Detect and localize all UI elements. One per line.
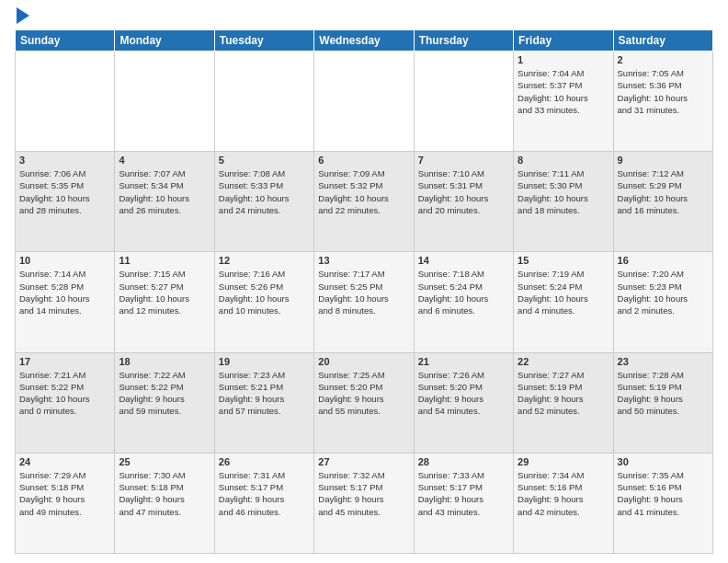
day-info: Sunrise: 7:22 AM Sunset: 5:22 PM Dayligh…	[119, 369, 210, 418]
calendar-cell: 3Sunrise: 7:06 AM Sunset: 5:35 PM Daylig…	[16, 152, 115, 252]
calendar-cell	[16, 52, 115, 152]
weekday-header-saturday: Saturday	[613, 30, 712, 52]
page: SundayMondayTuesdayWednesdayThursdayFrid…	[0, 0, 728, 563]
day-info: Sunrise: 7:10 AM Sunset: 5:31 PM Dayligh…	[418, 167, 509, 216]
day-number: 28	[418, 456, 509, 467]
day-number: 3	[19, 155, 110, 166]
calendar-week-row: 17Sunrise: 7:21 AM Sunset: 5:22 PM Dayli…	[16, 352, 713, 453]
day-info: Sunrise: 7:25 AM Sunset: 5:20 PM Dayligh…	[318, 369, 409, 418]
day-number: 10	[19, 255, 110, 266]
day-number: 7	[418, 155, 509, 166]
logo	[15, 9, 29, 24]
day-info: Sunrise: 7:14 AM Sunset: 5:28 PM Dayligh…	[19, 268, 110, 316]
calendar-cell: 23Sunrise: 7:28 AM Sunset: 5:19 PM Dayli…	[613, 352, 712, 453]
calendar-cell: 2Sunrise: 7:05 AM Sunset: 5:36 PM Daylig…	[613, 52, 712, 152]
weekday-header-monday: Monday	[115, 30, 214, 52]
day-info: Sunrise: 7:18 AM Sunset: 5:24 PM Dayligh…	[418, 268, 509, 316]
calendar-cell	[414, 52, 513, 152]
day-number: 5	[219, 155, 310, 166]
day-info: Sunrise: 7:12 AM Sunset: 5:29 PM Dayligh…	[618, 167, 709, 216]
header	[15, 9, 713, 24]
weekday-header-thursday: Thursday	[414, 30, 513, 52]
day-info: Sunrise: 7:05 AM Sunset: 5:36 PM Dayligh…	[618, 67, 709, 116]
calendar-cell: 7Sunrise: 7:10 AM Sunset: 5:31 PM Daylig…	[414, 152, 513, 252]
day-number: 8	[518, 155, 609, 166]
day-number: 6	[318, 155, 409, 166]
calendar-cell: 14Sunrise: 7:18 AM Sunset: 5:24 PM Dayli…	[414, 252, 513, 352]
day-info: Sunrise: 7:26 AM Sunset: 5:20 PM Dayligh…	[418, 369, 509, 418]
calendar-cell: 8Sunrise: 7:11 AM Sunset: 5:30 PM Daylig…	[514, 152, 613, 252]
day-number: 29	[518, 456, 609, 467]
day-number: 26	[219, 456, 310, 467]
day-info: Sunrise: 7:33 AM Sunset: 5:17 PM Dayligh…	[418, 469, 509, 518]
day-number: 15	[518, 255, 609, 266]
calendar-cell: 19Sunrise: 7:23 AM Sunset: 5:21 PM Dayli…	[214, 352, 313, 453]
day-info: Sunrise: 7:04 AM Sunset: 5:37 PM Dayligh…	[518, 67, 609, 116]
calendar-cell: 22Sunrise: 7:27 AM Sunset: 5:19 PM Dayli…	[514, 352, 613, 453]
weekday-header-friday: Friday	[514, 30, 613, 52]
day-number: 24	[19, 456, 110, 467]
weekday-header-row: SundayMondayTuesdayWednesdayThursdayFrid…	[16, 30, 713, 52]
day-info: Sunrise: 7:32 AM Sunset: 5:17 PM Dayligh…	[318, 469, 409, 518]
day-info: Sunrise: 7:27 AM Sunset: 5:19 PM Dayligh…	[518, 369, 609, 418]
day-info: Sunrise: 7:28 AM Sunset: 5:19 PM Dayligh…	[618, 369, 709, 418]
calendar-cell: 17Sunrise: 7:21 AM Sunset: 5:22 PM Dayli…	[16, 352, 115, 453]
day-number: 21	[418, 356, 509, 367]
day-info: Sunrise: 7:06 AM Sunset: 5:35 PM Dayligh…	[19, 167, 110, 216]
day-info: Sunrise: 7:35 AM Sunset: 5:16 PM Dayligh…	[618, 469, 709, 518]
calendar-cell: 9Sunrise: 7:12 AM Sunset: 5:29 PM Daylig…	[613, 152, 712, 252]
day-number: 1	[518, 54, 609, 65]
day-number: 4	[119, 155, 210, 166]
day-info: Sunrise: 7:19 AM Sunset: 5:24 PM Dayligh…	[518, 268, 609, 316]
day-info: Sunrise: 7:15 AM Sunset: 5:27 PM Dayligh…	[119, 268, 210, 316]
day-info: Sunrise: 7:34 AM Sunset: 5:16 PM Dayligh…	[518, 469, 609, 518]
day-number: 14	[418, 255, 509, 266]
calendar-cell	[314, 52, 414, 152]
calendar-cell: 4Sunrise: 7:07 AM Sunset: 5:34 PM Daylig…	[115, 152, 214, 252]
day-number: 12	[219, 255, 310, 266]
calendar-cell: 15Sunrise: 7:19 AM Sunset: 5:24 PM Dayli…	[514, 252, 613, 352]
day-number: 20	[318, 356, 409, 367]
day-info: Sunrise: 7:07 AM Sunset: 5:34 PM Dayligh…	[119, 167, 210, 216]
calendar-cell: 21Sunrise: 7:26 AM Sunset: 5:20 PM Dayli…	[414, 352, 513, 453]
day-number: 19	[219, 356, 310, 367]
day-info: Sunrise: 7:20 AM Sunset: 5:23 PM Dayligh…	[618, 268, 709, 316]
calendar-cell	[115, 52, 214, 152]
day-info: Sunrise: 7:30 AM Sunset: 5:18 PM Dayligh…	[119, 469, 210, 518]
calendar-cell: 30Sunrise: 7:35 AM Sunset: 5:16 PM Dayli…	[613, 453, 712, 553]
calendar-cell: 5Sunrise: 7:08 AM Sunset: 5:33 PM Daylig…	[214, 152, 313, 252]
weekday-header-sunday: Sunday	[16, 30, 115, 52]
calendar-cell: 24Sunrise: 7:29 AM Sunset: 5:18 PM Dayli…	[16, 453, 115, 553]
day-info: Sunrise: 7:09 AM Sunset: 5:32 PM Dayligh…	[318, 167, 409, 216]
day-number: 9	[618, 155, 709, 166]
weekday-header-tuesday: Tuesday	[214, 30, 313, 52]
calendar-header: SundayMondayTuesdayWednesdayThursdayFrid…	[16, 30, 713, 52]
calendar-cell: 28Sunrise: 7:33 AM Sunset: 5:17 PM Dayli…	[414, 453, 513, 553]
day-number: 11	[119, 255, 210, 266]
calendar-week-row: 3Sunrise: 7:06 AM Sunset: 5:35 PM Daylig…	[16, 152, 713, 252]
calendar-cell: 20Sunrise: 7:25 AM Sunset: 5:20 PM Dayli…	[314, 352, 414, 453]
day-info: Sunrise: 7:29 AM Sunset: 5:18 PM Dayligh…	[19, 469, 110, 518]
calendar-week-row: 1Sunrise: 7:04 AM Sunset: 5:37 PM Daylig…	[16, 52, 713, 152]
calendar-cell: 25Sunrise: 7:30 AM Sunset: 5:18 PM Dayli…	[115, 453, 214, 553]
weekday-header-wednesday: Wednesday	[314, 30, 414, 52]
calendar-body: 1Sunrise: 7:04 AM Sunset: 5:37 PM Daylig…	[16, 52, 713, 554]
day-info: Sunrise: 7:21 AM Sunset: 5:22 PM Dayligh…	[19, 369, 110, 418]
day-info: Sunrise: 7:08 AM Sunset: 5:33 PM Dayligh…	[219, 167, 310, 216]
logo-arrow-icon	[17, 7, 29, 24]
calendar-cell: 11Sunrise: 7:15 AM Sunset: 5:27 PM Dayli…	[115, 252, 214, 352]
day-number: 18	[119, 356, 210, 367]
day-info: Sunrise: 7:23 AM Sunset: 5:21 PM Dayligh…	[219, 369, 310, 418]
day-number: 23	[618, 356, 709, 367]
day-number: 22	[518, 356, 609, 367]
calendar-cell: 13Sunrise: 7:17 AM Sunset: 5:25 PM Dayli…	[314, 252, 414, 352]
day-number: 27	[318, 456, 409, 467]
calendar-cell: 29Sunrise: 7:34 AM Sunset: 5:16 PM Dayli…	[514, 453, 613, 553]
calendar-cell: 18Sunrise: 7:22 AM Sunset: 5:22 PM Dayli…	[115, 352, 214, 453]
day-number: 30	[618, 456, 709, 467]
day-number: 2	[618, 54, 709, 65]
calendar-cell: 26Sunrise: 7:31 AM Sunset: 5:17 PM Dayli…	[214, 453, 313, 553]
day-info: Sunrise: 7:16 AM Sunset: 5:26 PM Dayligh…	[219, 268, 310, 316]
calendar-table: SundayMondayTuesdayWednesdayThursdayFrid…	[15, 29, 713, 554]
calendar-cell: 27Sunrise: 7:32 AM Sunset: 5:17 PM Dayli…	[314, 453, 414, 553]
